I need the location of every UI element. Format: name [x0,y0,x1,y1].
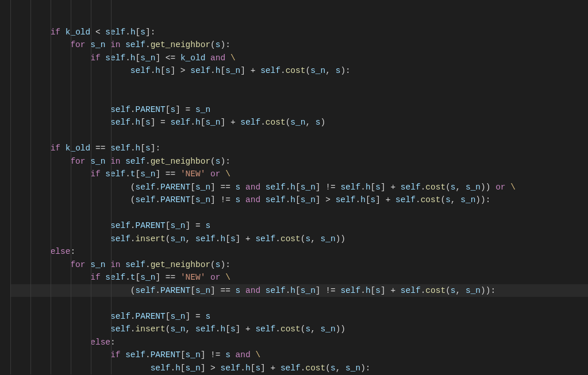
token-op: ] != [316,284,341,297]
token-op [240,181,245,194]
token-mem: PARENT [136,103,166,116]
token-op: ] == [155,168,180,180]
indent [10,142,51,154]
code-line[interactable]: self.h[s_n] > self.h[s] + self.cost(s, s… [10,362,588,375]
code-line[interactable]: self.insert(s_n, self.h[s] + self.cost(s… [10,323,588,336]
token-var: s [375,181,381,194]
token-op: . [216,323,221,335]
token-var: s [255,362,260,374]
code-line[interactable] [10,78,588,91]
code-line[interactable]: else: [10,336,588,349]
token-esc: \ [230,52,236,64]
token-self: self [110,323,130,335]
token-var: s [305,233,310,245]
indent [10,168,90,180]
code-editor[interactable]: if k_old < self.h[s]: for s_n in self.ge… [0,0,588,374]
token-var: s_n [301,181,316,194]
token-op: ( [286,116,291,129]
code-line[interactable] [10,90,588,103]
token-op: ( [130,194,136,206]
token-op: < [90,26,105,38]
token-op: ): [221,38,230,51]
code-line[interactable]: else: [10,245,588,258]
code-line[interactable]: self.insert(s_n, self.h[s] + self.cost(s… [10,233,588,246]
token-op: [ [295,284,301,297]
token-self: self [110,116,130,129]
token-op: . [145,258,151,271]
token-self: self [195,323,216,335]
code-line[interactable]: self.PARENT[s] = s_n [10,103,588,117]
indent [10,103,110,116]
token-op: ] = [175,103,195,116]
token-op: ( [301,233,306,245]
code-line[interactable]: self.PARENT[s_n] = s [10,219,588,233]
token-op: [ [136,52,141,64]
token-var: s_n [205,116,220,129]
token-var: s [205,219,210,232]
code-line[interactable]: if k_old == self.h[s]: [10,142,588,155]
token-op [225,52,230,64]
token-op: , [186,233,195,245]
code-line[interactable]: for s_n in self.get_neighbor(s): [10,38,588,52]
token-self: self [195,233,216,245]
token-op: [ [140,142,145,154]
token-self: self [110,233,130,245]
token-op: )): [475,194,490,206]
indent [10,181,130,194]
code-line[interactable]: for s_n in self.get_neighbor(s): [10,155,588,168]
indent [10,258,70,271]
code-line[interactable]: self.PARENT[s_n] = s [10,310,588,323]
token-op: . [130,233,136,245]
token-mem: PARENT [136,219,166,232]
token-op: ] + [381,181,401,194]
token-mem: h [155,64,160,77]
token-mem: t [130,271,136,284]
token-mem: h [290,194,295,206]
code-line[interactable]: (self.PARENT[s_n] != s and self.h[s_n] >… [10,194,588,207]
code-line[interactable]: if self.h[s_n] <= k_old and \ [10,52,588,65]
code-line[interactable]: for s_n in self.get_neighbor(s): [10,258,588,272]
code-line[interactable]: if self.t[s_n] == 'NEW' or \ [10,271,588,284]
token-var: s [236,194,241,206]
indent [10,52,90,64]
code-line[interactable]: (self.PARENT[s_n] == s and self.h[s_n] !… [10,284,588,297]
token-op: . [151,64,156,77]
token-op [101,168,106,180]
token-self: self [125,349,145,361]
code-line[interactable] [10,297,588,310]
token-kw: and [210,52,225,64]
token-op: . [170,362,175,374]
code-line[interactable] [10,207,588,220]
code-line[interactable]: if self.t[s_n] == 'NEW' or \ [10,168,588,181]
token-var: s [451,284,456,297]
token-op: [ [295,181,301,194]
code-line[interactable]: self.h[s] > self.h[s_n] + self.cost(s_n,… [10,64,588,78]
token-esc: \ [510,181,516,194]
indent [10,64,130,77]
code-line[interactable] [10,129,588,142]
indent [10,38,70,51]
token-op [60,26,66,38]
token-op: ] + [381,284,401,297]
code-line[interactable]: self.h[s] = self.h[s_n] + self.cost(s_n,… [10,116,588,129]
token-op: [ [190,284,195,297]
token-op: ] > [201,362,221,374]
token-op [240,284,245,297]
token-op [86,155,91,168]
token-var: s [371,194,376,206]
token-var: s [316,116,321,129]
token-fn: cost [305,362,325,374]
code-line[interactable]: if self.PARENT[s_n] != s and \ [10,349,588,362]
token-op: ] + [260,362,280,374]
token-var: s_n [345,362,360,374]
token-esc: \ [255,349,260,361]
token-op: . [416,194,421,206]
token-kw: if [51,26,60,38]
token-op: ( [210,258,216,271]
token-fn: insert [136,323,166,335]
token-op: . [301,362,306,374]
code-line[interactable]: (self.PARENT[s_n] == s and self.h[s_n] !… [10,181,588,194]
code-line[interactable]: if k_old < self.h[s]: [10,26,588,39]
token-op: [ [190,181,195,194]
token-op [101,271,106,284]
